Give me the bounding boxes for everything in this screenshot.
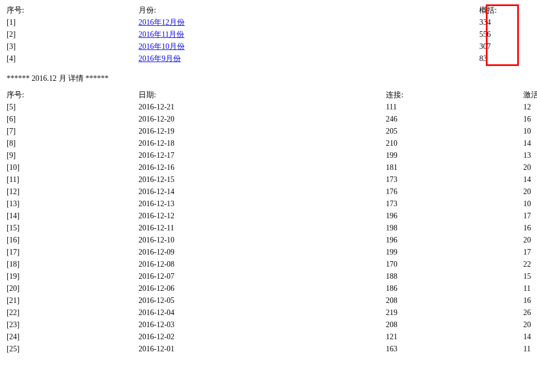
detail-act: 11 [523, 283, 537, 295]
detail-conn: 208 [386, 295, 523, 307]
detail-seq: [11] [7, 174, 139, 186]
detail-conn: 208 [386, 319, 523, 331]
header-conn: 连接: [386, 89, 523, 101]
detail-seq: [9] [7, 150, 139, 162]
detail-row: [8]2016-12-1821014 [7, 137, 530, 150]
detail-row: [25]2016-12-0116311 [7, 343, 530, 355]
detail-act: 11 [523, 343, 537, 355]
detail-conn: 196 [386, 210, 523, 222]
detail-date: 2016-12-09 [139, 246, 386, 258]
detail-seq: [5] [7, 101, 139, 113]
detail-date: 2016-12-18 [139, 137, 386, 150]
header-date: 日期: [139, 89, 386, 101]
detail-act: 10 [523, 125, 537, 137]
detail-row: [18]2016-12-0817022 [7, 258, 530, 270]
detail-conn: 199 [386, 150, 523, 162]
detail-seq: [16] [7, 234, 139, 246]
detail-row: [15]2016-12-1119816 [7, 222, 530, 234]
detail-seq: [14] [7, 210, 139, 222]
month-row: [1]2016年12月份334 [7, 16, 530, 29]
detail-header-row: 序号: 日期: 连接: 激活: [7, 89, 530, 101]
detail-date: 2016-12-12 [139, 210, 386, 222]
detail-act: 14 [523, 174, 537, 186]
detail-date: 2016-12-16 [139, 162, 386, 174]
detail-seq: [21] [7, 295, 139, 307]
detail-act: 26 [523, 307, 537, 319]
detail-seq: [23] [7, 319, 139, 331]
detail-act: 20 [523, 186, 537, 198]
detail-act: 13 [523, 150, 537, 162]
month-row: [3]2016年10月份307 [7, 41, 530, 53]
detail-date: 2016-12-17 [139, 150, 386, 162]
detail-row: [14]2016-12-1219617 [7, 210, 530, 222]
detail-act: 16 [523, 295, 537, 307]
detail-conn: 210 [386, 137, 523, 150]
detail-conn: 186 [386, 283, 523, 295]
detail-seq: [19] [7, 270, 139, 283]
detail-act: 12 [523, 101, 537, 113]
detail-act: 16 [523, 113, 537, 125]
detail-conn: 188 [386, 270, 523, 283]
detail-conn: 176 [386, 186, 523, 198]
month-link[interactable]: 2016年12月份 [139, 18, 185, 26]
month-link[interactable]: 2016年9月份 [139, 54, 181, 63]
detail-seq: [12] [7, 186, 139, 198]
detail-seq: [15] [7, 222, 139, 234]
detail-act: 10 [523, 198, 537, 210]
detail-row: [5]2016-12-2111112 [7, 101, 530, 113]
detail-date: 2016-12-10 [139, 234, 386, 246]
detail-conn: 196 [386, 234, 523, 246]
detail-date: 2016-12-11 [139, 222, 386, 234]
detail-row: [20]2016-12-0618611 [7, 283, 530, 295]
detail-row: [22]2016-12-0421926 [7, 307, 530, 319]
detail-row: [9]2016-12-1719913 [7, 150, 530, 162]
month-summary-value: 556 [479, 29, 523, 41]
detail-date: 2016-12-21 [139, 101, 386, 113]
detail-row: [16]2016-12-1019620 [7, 234, 530, 246]
detail-seq: [13] [7, 198, 139, 210]
detail-date: 2016-12-06 [139, 283, 386, 295]
month-summary-value: 83 [479, 53, 523, 65]
month-link[interactable]: 2016年11月份 [139, 30, 184, 38]
detail-seq: [17] [7, 246, 139, 258]
detail-conn: 111 [386, 101, 523, 113]
detail-date: 2016-12-08 [139, 258, 386, 270]
detail-seq: [20] [7, 283, 139, 295]
detail-act: 17 [523, 246, 537, 258]
detail-seq: [25] [7, 343, 139, 355]
detail-date: 2016-12-01 [139, 343, 386, 355]
month-link[interactable]: 2016年10月份 [139, 42, 185, 51]
detail-conn: 219 [386, 307, 523, 319]
header-act: 激活: [523, 89, 537, 101]
month-seq: [1] [7, 16, 139, 29]
detail-row: [12]2016-12-1417620 [7, 186, 530, 198]
detail-date: 2016-12-15 [139, 174, 386, 186]
month-header-row: 序号: 月份: 概括: [7, 4, 530, 16]
detail-row: [17]2016-12-0919917 [7, 246, 530, 258]
detail-conn: 181 [386, 162, 523, 174]
detail-row: [6]2016-12-2024616 [7, 113, 530, 125]
detail-row: [11]2016-12-1517314 [7, 174, 530, 186]
detail-seq: [24] [7, 331, 139, 343]
detail-row: [13]2016-12-1317310 [7, 198, 530, 210]
detail-conn: 199 [386, 246, 523, 258]
detail-row: [21]2016-12-0520816 [7, 295, 530, 307]
detail-seq: [7] [7, 125, 139, 137]
section-divider: ****** 2016.12 月 详情 ****** [7, 74, 530, 84]
detail-conn: 246 [386, 113, 523, 125]
detail-act: 22 [523, 258, 537, 270]
detail-act: 14 [523, 331, 537, 343]
detail-conn: 173 [386, 198, 523, 210]
header-summary: 概括: [479, 4, 523, 16]
detail-seq: [8] [7, 137, 139, 150]
detail-act: 17 [523, 210, 537, 222]
detail-date: 2016-12-07 [139, 270, 386, 283]
detail-date: 2016-12-02 [139, 331, 386, 343]
month-summary-value: 307 [479, 41, 523, 53]
detail-conn: 205 [386, 125, 523, 137]
header-month: 月份: [139, 4, 479, 16]
detail-date: 2016-12-14 [139, 186, 386, 198]
detail-date: 2016-12-05 [139, 295, 386, 307]
detail-date: 2016-12-19 [139, 125, 386, 137]
detail-date: 2016-12-20 [139, 113, 386, 125]
